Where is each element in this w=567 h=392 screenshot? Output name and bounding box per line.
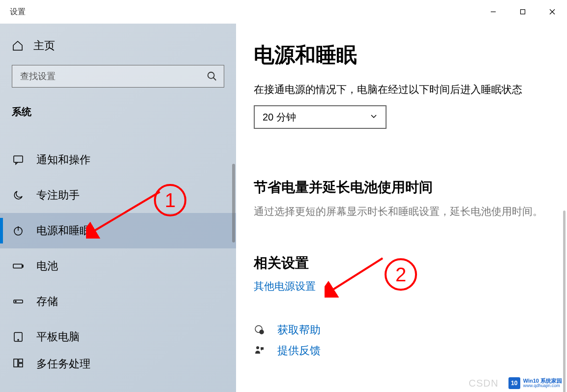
watermark-logo: 10: [508, 377, 520, 389]
chevron-down-icon: [370, 112, 378, 122]
sidebar-item-label: 通知和操作: [36, 152, 90, 167]
sidebar-item-label: 平板电脑: [36, 330, 80, 344]
battery-save-title: 节省电量并延长电池使用时间: [254, 178, 547, 197]
power-icon: [12, 224, 25, 237]
get-help-link[interactable]: 获取帮助: [277, 323, 321, 337]
main-scrollbar[interactable]: [563, 211, 566, 392]
svg-rect-16: [19, 359, 23, 362]
message-icon: [12, 153, 25, 166]
search-container: [12, 65, 224, 88]
feedback-icon: [254, 345, 266, 357]
svg-line-5: [213, 78, 216, 81]
svg-rect-9: [13, 264, 22, 268]
window-title: 设置: [10, 7, 26, 17]
watermark-csdn: CSDN: [469, 378, 499, 389]
sidebar-item-power-sleep[interactable]: 电源和睡眠: [0, 213, 236, 248]
sleep-setting-label: 在接通电源的情况下，电脑在经过以下时间后进入睡眠状态: [254, 83, 547, 96]
sidebar-scrollbar[interactable]: [232, 164, 235, 242]
sidebar-category: 系统: [12, 105, 224, 119]
svg-rect-6: [14, 156, 23, 162]
other-power-settings-link[interactable]: 其他电源设置: [254, 279, 316, 293]
svg-rect-1: [521, 10, 525, 14]
get-help-row[interactable]: ? 获取帮助: [254, 323, 547, 337]
tablet-icon: [12, 331, 25, 343]
sidebar-item-partial[interactable]: [0, 124, 236, 142]
moon-icon: [12, 189, 25, 202]
svg-point-21: [256, 346, 259, 349]
titlebar: 设置: [0, 0, 567, 24]
svg-rect-17: [19, 363, 23, 367]
sidebar-item-label: 多任务处理: [36, 357, 90, 371]
home-icon: [12, 40, 24, 52]
close-button[interactable]: [537, 0, 567, 24]
sidebar-home[interactable]: 主页: [12, 38, 224, 53]
sidebar-item-label: 专注助手: [36, 188, 80, 203]
feedback-link[interactable]: 提供反馈: [277, 343, 321, 358]
sidebar-item-tablet[interactable]: 平板电脑: [0, 319, 236, 355]
main-content: 电源和睡眠 在接通电源的情况下，电脑在经过以下时间后进入睡眠状态 20 分钟 节…: [236, 24, 567, 392]
sidebar-item-multitask[interactable]: 多任务处理: [0, 355, 236, 374]
display-icon: [12, 127, 25, 140]
sidebar: 主页 系统 通知和操作: [0, 24, 236, 392]
sidebar-item-storage[interactable]: 存储: [0, 284, 236, 319]
help-icon: ?: [254, 324, 266, 336]
svg-point-14: [18, 339, 19, 340]
search-input[interactable]: [12, 65, 224, 88]
search-icon: [207, 71, 217, 82]
feedback-row[interactable]: 提供反馈: [254, 343, 547, 358]
sidebar-item-focus[interactable]: 专注助手: [0, 178, 236, 213]
watermark-brand: 10 Win10 系统家园 www.qdhuajin.com: [508, 377, 562, 389]
sidebar-item-label: 存储: [36, 294, 58, 309]
storage-icon: [12, 295, 25, 308]
sidebar-item-notifications[interactable]: 通知和操作: [0, 142, 236, 178]
dropdown-value: 20 分钟: [263, 111, 296, 124]
sidebar-home-label: 主页: [33, 38, 55, 53]
svg-point-4: [208, 72, 214, 79]
sidebar-items: 通知和操作 专注助手 电源和睡眠 电池: [0, 124, 236, 392]
multitask-icon: [12, 357, 25, 369]
maximize-button[interactable]: [508, 0, 537, 24]
sidebar-item-label: 电源和睡眠: [36, 223, 90, 238]
svg-rect-15: [14, 359, 18, 367]
battery-save-desc: 通过选择更短的屏幕显示时长和睡眠设置，延长电池使用时间。: [254, 204, 544, 219]
sidebar-item-battery[interactable]: 电池: [0, 248, 236, 284]
page-title: 电源和睡眠: [254, 41, 547, 69]
sleep-time-dropdown[interactable]: 20 分钟: [254, 105, 387, 129]
minimize-button[interactable]: [478, 0, 508, 24]
related-settings-title: 相关设置: [254, 254, 547, 272]
svg-rect-10: [22, 265, 23, 267]
watermark-url: www.qdhuajin.com: [523, 384, 562, 389]
window-controls: [478, 0, 567, 24]
sidebar-item-label: 电池: [36, 259, 58, 273]
battery-icon: [12, 260, 25, 272]
svg-point-12: [15, 301, 16, 302]
watermarks: CSDN 10 Win10 系统家园 www.qdhuajin.com: [469, 377, 562, 389]
